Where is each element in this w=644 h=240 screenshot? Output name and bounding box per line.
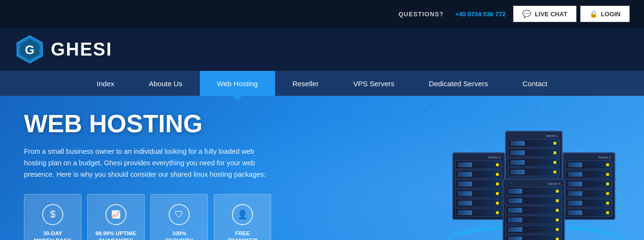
live-chat-label: LIVE CHAT	[535, 11, 567, 18]
svg-text:G: G	[25, 43, 34, 57]
server-rack-front: Server 4	[503, 179, 565, 240]
server-cluster: Server 1 Server 2	[438, 126, 630, 240]
rack-unit	[565, 189, 612, 198]
transfer-label: FREE TRANSFER FROM ANOTHER PROVIDER	[222, 230, 263, 240]
nav-reseller[interactable]: Reseller	[275, 71, 336, 96]
nav-index[interactable]: Index	[80, 71, 132, 96]
feature-cards: $ 30-DAY MONEY-BACK GUARANTEE 📈 99.99% U…	[24, 194, 321, 240]
rack-unit	[506, 235, 562, 240]
rack-unit	[508, 139, 560, 148]
security-icon: 🛡	[169, 204, 190, 225]
rack-label-2: Server 2	[565, 155, 612, 160]
rack-unit	[565, 160, 612, 169]
rack-unit	[506, 206, 562, 215]
rack-unit	[506, 196, 562, 205]
server-rack-right: Server 2	[563, 152, 615, 220]
top-bar: QUESTIONS? +40 0734 536 772 💬 LIVE CHAT …	[0, 0, 644, 28]
live-chat-button[interactable]: 💬 LIVE CHAT	[513, 6, 576, 22]
rack-unit	[455, 189, 502, 198]
nav-vps[interactable]: VPS Servers	[336, 71, 412, 96]
main-nav: Index Aboute Us Web Hosting Reseller VPS…	[0, 71, 644, 96]
hero-title: WEB HOSTING	[24, 110, 321, 137]
feature-security: 🛡 100% SECURITY GUARANTEE	[150, 194, 208, 240]
rack-unit	[455, 199, 502, 207]
rack-unit	[565, 180, 612, 188]
hero-section: WEB HOSTING From a small business owner …	[0, 96, 644, 240]
rack-unit	[455, 208, 502, 217]
lock-icon: 🔒	[589, 10, 598, 18]
money-back-label: 30-DAY MONEY-BACK GUARANTEE	[32, 230, 73, 240]
rack-unit	[455, 180, 502, 188]
rack-unit	[506, 216, 562, 224]
rack-unit	[565, 170, 612, 179]
logo-text: GHESI	[51, 39, 112, 60]
nav-contact[interactable]: Contact	[505, 71, 564, 96]
feature-transfer: 👤 FREE TRANSFER FROM ANOTHER PROVIDER	[214, 194, 271, 240]
chat-icon: 💬	[522, 10, 531, 18]
rack-label-1: Server 1	[508, 134, 560, 138]
uptime-icon: 📈	[105, 204, 126, 225]
header: G GHESI	[0, 28, 644, 71]
transfer-icon: 👤	[232, 204, 253, 225]
server-rack-left: Server 3	[452, 152, 505, 220]
login-button[interactable]: 🔒 LOGIN	[580, 6, 630, 22]
rack-unit	[455, 170, 502, 179]
rack-label-4: Server 4	[506, 182, 562, 186]
nav-dedicated[interactable]: Dedicated Servers	[412, 71, 505, 96]
server-image: Server 1 Server 2	[433, 121, 634, 240]
uptime-label: 99.99% UPTIME GUARANTEE	[95, 230, 137, 240]
rack-unit	[508, 158, 560, 167]
feature-uptime: 📈 99.99% UPTIME GUARANTEE	[87, 194, 145, 240]
top-buttons: 💬 LIVE CHAT 🔒 LOGIN	[513, 6, 630, 22]
rack-unit	[565, 208, 612, 217]
phone-number[interactable]: +40 0734 536 772	[455, 11, 506, 18]
rack-unit	[506, 187, 562, 195]
nav-web-hosting[interactable]: Web Hosting	[200, 71, 276, 96]
login-label: LOGIN	[601, 11, 621, 18]
rack-unit	[565, 199, 612, 207]
logo-hexagon: G	[14, 34, 45, 65]
rack-unit	[508, 149, 560, 157]
logo[interactable]: G GHESI	[14, 34, 112, 65]
hero-content: WEB HOSTING From a small business owner …	[24, 110, 321, 240]
rack-label-3: Server 3	[455, 155, 502, 160]
feature-money-back: $ 30-DAY MONEY-BACK GUARANTEE	[24, 194, 81, 240]
rack-unit	[508, 168, 560, 176]
money-back-icon: $	[42, 204, 63, 225]
hero-description: From a small business owner to an indivi…	[24, 146, 273, 181]
rack-unit	[455, 160, 502, 169]
questions-label: QUESTIONS?	[398, 11, 444, 18]
rack-unit	[506, 225, 562, 234]
nav-about[interactable]: Aboute Us	[132, 71, 200, 96]
security-label: 100% SECURITY GUARANTEE	[159, 230, 200, 240]
